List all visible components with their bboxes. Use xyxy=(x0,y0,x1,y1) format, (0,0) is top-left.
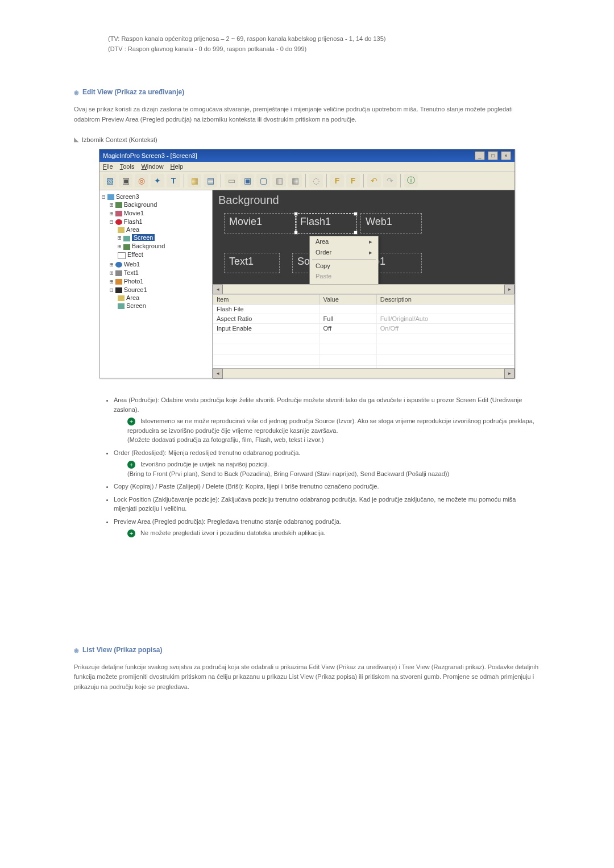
menubar: File Tools Window Help xyxy=(99,162,515,172)
tree-web1[interactable]: Web1 xyxy=(124,261,140,268)
tree-source-screen[interactable]: Screen xyxy=(126,302,146,309)
close-button[interactable]: × xyxy=(501,151,511,160)
bullet-order: Order (Redoslijed): Mijenja redoslijed t… xyxy=(114,449,300,456)
ctx-delete[interactable]: Delete xyxy=(310,281,378,284)
row-input-enable: Input Enable Off On/Off xyxy=(213,324,515,333)
col-value[interactable]: Value xyxy=(320,295,376,304)
tree-photo1[interactable]: Photo1 xyxy=(124,278,144,285)
tree-screen3[interactable]: Screen3 xyxy=(116,193,139,200)
tree-source1[interactable]: Source1 xyxy=(124,286,147,293)
canvas-movie1[interactable]: Movie1 xyxy=(224,213,297,233)
section-list-view-title: List View (Prikaz popisa) xyxy=(74,646,540,654)
tool-send-back-icon[interactable]: ▢ xyxy=(256,174,270,187)
grid-h-scrollbar[interactable]: ◂ ▸ xyxy=(213,368,515,378)
tree-flash1[interactable]: Flash1 xyxy=(124,218,143,225)
property-grid[interactable]: Item Value Description Flash File Aspect… xyxy=(213,294,515,368)
col-desc[interactable]: Description xyxy=(376,295,514,304)
tool-text-icon[interactable]: T xyxy=(167,174,180,187)
canvas-text1[interactable]: Text1 xyxy=(224,253,280,273)
canvas-flash1[interactable]: Flash1 xyxy=(295,213,356,233)
ctx-area[interactable]: Area xyxy=(310,236,378,247)
h-scrollbar[interactable]: ◂ ▸ xyxy=(213,284,515,294)
tool-letter-f-icon[interactable]: F xyxy=(330,174,344,187)
row-flash-file: Flash File xyxy=(213,304,515,314)
tool-page-icon[interactable]: ▭ xyxy=(225,174,238,187)
tool-distribute-icon[interactable]: ▦ xyxy=(288,174,302,187)
tree-text1[interactable]: Text1 xyxy=(124,269,139,276)
edit-canvas[interactable]: Background Movie1 Flash1 Web1 Text1 So o… xyxy=(213,190,515,284)
window-title: MagicInfoPro Screen3 - [Screen3] xyxy=(103,152,197,159)
bullet-copy: Copy (Kopiraj) / Paste (Zalijepi) / Dele… xyxy=(114,483,379,490)
section-list-view-body: Prikazuje detaljne funkcije svakog svojs… xyxy=(74,662,540,692)
tree-flash-screen[interactable]: Screen xyxy=(132,234,155,241)
bullet-lock: Lock Position (Zaključavanje pozicije): … xyxy=(114,496,516,512)
col-item[interactable]: Item xyxy=(213,295,320,304)
tree-source-area[interactable]: Area xyxy=(126,294,139,301)
tool-folder-icon[interactable]: ▦ xyxy=(188,174,201,187)
intro-note: (TV: Raspon kanala općenitog prijenosa –… xyxy=(108,34,540,54)
app-window: MagicInfoPro Screen3 - [Screen3] _ □ × F… xyxy=(99,149,515,378)
menu-window[interactable]: Window xyxy=(141,163,163,170)
tree-flash-effect[interactable]: Effect xyxy=(127,251,143,258)
canvas-bg-label: Background xyxy=(218,194,279,207)
tool-info-icon[interactable]: ⓘ xyxy=(404,174,418,187)
tool-globe-icon[interactable]: ◎ xyxy=(135,174,148,187)
context-menu-label: Izbornik Context (Kontekst) xyxy=(82,136,157,143)
menu-tools[interactable]: Tools xyxy=(120,163,135,170)
menu-help[interactable]: Help xyxy=(171,163,184,170)
grid-scroll-right-icon[interactable]: ▸ xyxy=(504,369,515,379)
tool-redo-icon[interactable]: ↷ xyxy=(383,174,397,187)
context-menu-subheader: ◣ Izbornik Context (Kontekst) xyxy=(74,136,540,143)
menu-file[interactable]: File xyxy=(103,163,113,170)
grid-scroll-left-icon[interactable]: ◂ xyxy=(213,369,223,379)
bullet-preview: Preview Area (Pregled područja): Pregled… xyxy=(114,518,341,525)
titlebar: MagicInfoPro Screen3 - [Screen3] _ □ × xyxy=(99,149,515,162)
area-note2: (Možete dodavati područja za fotografiju… xyxy=(127,435,540,445)
tool-undo-icon[interactable]: ↶ xyxy=(367,174,381,187)
tool-monitor-icon[interactable]: ▣ xyxy=(119,174,132,187)
plus-icon: + xyxy=(127,418,135,425)
section-edit-view-body: Ovaj se prikaz koristi za dizajn zaslona… xyxy=(74,105,540,124)
arrow-icon: ◣ xyxy=(74,136,78,143)
row-aspect-ratio: Aspect Ratio Full Full/Original/Auto xyxy=(213,314,515,324)
tool-bring-front-icon[interactable]: ▣ xyxy=(240,174,254,187)
ctx-copy[interactable]: Copy xyxy=(310,261,378,271)
ctx-order[interactable]: Order xyxy=(310,247,378,258)
order-note2: (Bring to Front (Prvi plan), Send to Bac… xyxy=(127,469,540,479)
tree-background[interactable]: Background xyxy=(124,201,157,208)
area-note1: Istovremeno se ne može reproducirati viš… xyxy=(127,418,534,434)
context-menu: Area Order Copy Paste Delete Lock Positi… xyxy=(309,236,379,284)
bullet-area: Area (Područje): Odabire vrstu područja … xyxy=(114,397,522,413)
plus-icon: + xyxy=(127,461,135,469)
minimize-button[interactable]: _ xyxy=(475,151,485,160)
intro-line2: (DTV : Raspon glavnog kanala - 0 do 999,… xyxy=(108,45,306,52)
tree-flash-area[interactable]: Area xyxy=(126,226,139,233)
ctx-paste: Paste xyxy=(310,271,378,281)
preview-note: Ne možete pregledati izvor i pozadinu da… xyxy=(140,529,325,536)
maximize-button[interactable]: □ xyxy=(488,151,498,160)
context-items-list: Area (Područje): Odabire vrstu područja … xyxy=(74,395,540,538)
tool-save-icon[interactable]: ▤ xyxy=(204,174,217,187)
order-note1: Izvorišno područje je uvijek na najvišoj… xyxy=(140,461,269,468)
section-edit-view-title: Edit View (Prikaz za uređivanje) xyxy=(74,88,540,96)
tool-letter-f2-icon[interactable]: F xyxy=(346,174,360,187)
toolbar: ▧ ▣ ◎ ✦ T ▦ ▤ ▭ ▣ ▢ ▥ ▦ ◌ F F ↶ ↷ ⓘ xyxy=(99,172,515,190)
tree-flash-bg[interactable]: Background xyxy=(132,243,165,249)
canvas-web1[interactable]: Web1 xyxy=(360,213,422,233)
tool-flash-icon[interactable]: ✦ xyxy=(151,174,164,187)
tree-view[interactable]: ⊟Screen3 ⊞Background ⊞Movie1 ⊟Flash1 Are… xyxy=(99,190,213,378)
tool-photo-icon[interactable]: ▧ xyxy=(103,174,117,187)
tree-movie1[interactable]: Movie1 xyxy=(124,210,144,216)
tool-preview-icon[interactable]: ◌ xyxy=(309,174,323,187)
plus-icon: + xyxy=(127,529,135,537)
intro-line1: (TV: Raspon kanala općenitog prijenosa –… xyxy=(108,35,386,42)
tool-align-icon[interactable]: ▥ xyxy=(272,174,286,187)
